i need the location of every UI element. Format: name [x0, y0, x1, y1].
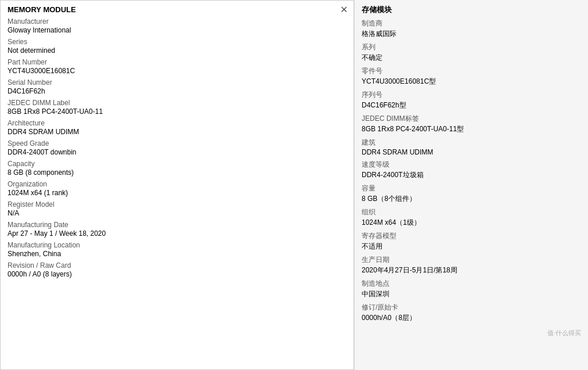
- right-field-value-9: 不适用: [362, 242, 581, 252]
- left-field-value-1: Not determined: [8, 46, 347, 55]
- left-field-value-2: YCT4U3000E16081C: [8, 67, 347, 75]
- left-field-value-3: D4C16F62h: [8, 87, 347, 95]
- left-panel: ✕ MEMORY MODULE ManufacturerGloway Inter…: [0, 0, 354, 370]
- left-fields-container: ManufacturerGloway InternationalSeriesNo…: [8, 17, 347, 278]
- right-field-value-0: 格洛威国际: [362, 29, 581, 39]
- left-field-value-0: Gloway International: [8, 26, 347, 34]
- left-field-value-11: Shenzhen, China: [8, 250, 347, 258]
- right-panel-title: 存储模块: [362, 5, 581, 15]
- left-field-value-8: 1024M x64 (1 rank): [8, 189, 347, 197]
- left-field-value-6: DDR4-2400T downbin: [8, 148, 347, 156]
- right-field-value-1: 不确定: [362, 53, 581, 63]
- right-field-value-4: 8GB 1Rx8 PC4-2400T-UA0-11型: [362, 124, 581, 134]
- right-field-label-9: 寄存器模型: [362, 231, 581, 241]
- left-field-label-2: Part Number: [8, 58, 347, 66]
- left-field-label-1: Series: [8, 38, 347, 46]
- right-field-label-12: 修订/原始卡: [362, 303, 581, 312]
- close-button[interactable]: ✕: [340, 5, 348, 15]
- right-field-value-2: YCT4U3000E16081C型: [362, 77, 581, 87]
- left-field-label-5: Architecture: [8, 119, 347, 127]
- left-field-label-3: Serial Number: [8, 78, 347, 87]
- left-field-value-10: Apr 27 - May 1 / Week 18, 2020: [8, 229, 347, 238]
- left-field-value-12: 0000h / A0 (8 layers): [8, 270, 347, 278]
- left-field-label-9: Register Model: [8, 200, 347, 209]
- right-field-value-3: D4C16F62h型: [362, 100, 581, 110]
- left-field-label-4: JEDEC DIMM Label: [8, 99, 347, 107]
- left-field-value-9: N/A: [8, 209, 347, 217]
- close-icon: ✕: [340, 5, 348, 15]
- right-field-value-5: DDR4 SDRAM UDIMM: [362, 148, 581, 156]
- left-field-label-0: Manufacturer: [8, 17, 347, 26]
- left-field-label-11: Manufacturing Location: [8, 241, 347, 249]
- right-field-value-6: DDR4-2400T垃圾箱: [362, 170, 581, 180]
- right-field-label-8: 组织: [362, 207, 581, 217]
- right-field-label-10: 生产日期: [362, 255, 581, 265]
- right-field-value-10: 2020年4月27日-5月1日/第18周: [362, 265, 581, 275]
- left-field-label-12: Revision / Raw Card: [8, 261, 347, 270]
- right-field-value-11: 中国深圳: [362, 289, 581, 299]
- right-field-label-6: 速度等级: [362, 160, 581, 170]
- right-field-label-3: 序列号: [362, 90, 581, 100]
- right-field-label-7: 容量: [362, 184, 581, 193]
- watermark-badge: 值·什么得买: [362, 329, 581, 337]
- right-field-value-12: 0000h/A0（8层）: [362, 313, 581, 323]
- left-field-label-7: Capacity: [8, 160, 347, 168]
- left-field-label-8: Organization: [8, 180, 347, 188]
- right-field-label-2: 零件号: [362, 66, 581, 76]
- right-fields-container: 制造商格洛威国际系列不确定零件号YCT4U3000E16081C型序列号D4C1…: [362, 19, 581, 323]
- right-field-label-4: JEDEC DIMM标签: [362, 114, 581, 124]
- left-field-value-5: DDR4 SDRAM UDIMM: [8, 128, 347, 136]
- left-field-label-6: Speed Grade: [8, 139, 347, 148]
- right-field-label-1: 系列: [362, 42, 581, 52]
- right-field-value-8: 1024M x64（1级）: [362, 218, 581, 228]
- left-panel-title: MEMORY MODULE: [8, 5, 347, 14]
- right-field-label-5: 建筑: [362, 138, 581, 148]
- right-field-value-7: 8 GB（8个组件）: [362, 194, 581, 204]
- right-field-label-11: 制造地点: [362, 279, 581, 289]
- left-field-value-7: 8 GB (8 components): [8, 168, 347, 177]
- left-field-value-4: 8GB 1Rx8 PC4-2400T-UA0-11: [8, 107, 347, 116]
- main-container: ✕ MEMORY MODULE ManufacturerGloway Inter…: [0, 0, 588, 370]
- left-field-label-10: Manufacturing Date: [8, 221, 347, 229]
- right-field-label-0: 制造商: [362, 19, 581, 28]
- right-panel: 存储模块 制造商格洛威国际系列不确定零件号YCT4U3000E16081C型序列…: [354, 0, 588, 370]
